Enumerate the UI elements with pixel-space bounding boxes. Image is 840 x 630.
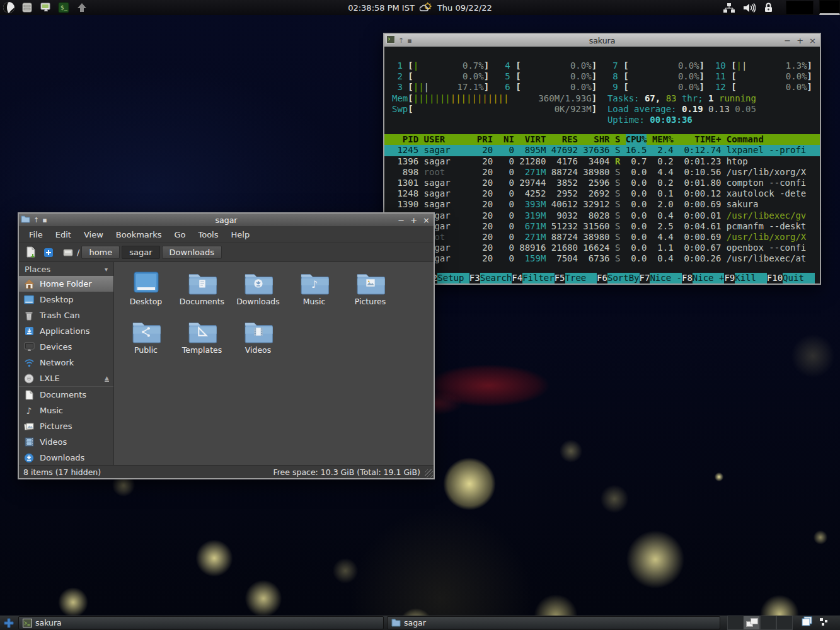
filesystem-root-icon[interactable] xyxy=(61,246,75,260)
column-header-ni[interactable]: NI xyxy=(498,134,514,145)
file-icon-templates[interactable]: Templates xyxy=(174,318,230,367)
shade-button[interactable]: ↑ xyxy=(398,37,404,45)
menu-help[interactable]: Help xyxy=(225,228,256,241)
file-icon-documents[interactable]: Documents xyxy=(174,270,230,318)
shade-button[interactable]: ↑ xyxy=(33,216,39,224)
places-header[interactable]: Places ▾ xyxy=(19,262,113,276)
fkey-f9[interactable]: F9Kill xyxy=(724,273,766,284)
sidebar-item-downloads[interactable]: Downloads xyxy=(19,450,113,466)
task-button-sakura[interactable]: sakura xyxy=(18,616,384,629)
cpu-graph-applet[interactable] xyxy=(786,1,814,14)
minimize-button[interactable]: − xyxy=(784,37,791,45)
clock-applet[interactable]: 02:38:58 PM IST Thu 09/22/22 xyxy=(348,1,492,14)
maximize-button[interactable]: + xyxy=(410,216,417,224)
close-button[interactable]: × xyxy=(423,216,430,224)
launcher-plus-icon[interactable] xyxy=(3,617,15,629)
column-header-res[interactable]: RES xyxy=(551,134,578,145)
display-settings-icon[interactable] xyxy=(38,1,52,14)
weather-icon[interactable] xyxy=(419,1,433,14)
column-header-time[interactable]: TIME+ xyxy=(679,134,721,145)
file-icon-view[interactable]: DesktopDocumentsDownloads♪MusicPicturesP… xyxy=(114,262,434,466)
column-header-pid[interactable]: PID xyxy=(392,134,418,145)
fm-title: sagar xyxy=(19,215,434,225)
column-header-s[interactable]: S xyxy=(615,134,620,145)
net-graph-applet[interactable] xyxy=(819,0,840,15)
column-header-shr[interactable]: SHR xyxy=(583,134,609,145)
network-tray-icon[interactable] xyxy=(722,1,736,14)
fkey-f4[interactable]: F4Filter xyxy=(512,273,554,284)
menu-bookmarks[interactable]: Bookmarks xyxy=(110,228,168,241)
file-icon-videos[interactable]: Videos xyxy=(230,318,286,367)
fkey-f7[interactable]: F7Nice - xyxy=(640,273,682,284)
column-header-command[interactable]: Command xyxy=(727,134,812,145)
fkey-f8[interactable]: F8Nice + xyxy=(682,273,724,284)
maximize-button[interactable]: + xyxy=(797,37,803,45)
sidebar-item-network[interactable]: Network xyxy=(19,355,113,370)
workspace-2[interactable] xyxy=(744,616,760,630)
iconify-windows-icon[interactable] xyxy=(801,616,813,629)
sidebar-item-applications[interactable]: Applications xyxy=(19,323,113,339)
path-button-home[interactable]: home xyxy=(81,246,120,259)
fkey-f10[interactable]: F10Quit xyxy=(767,273,815,284)
new-tab-icon[interactable] xyxy=(42,246,55,260)
menu-view[interactable]: View xyxy=(78,228,110,241)
file-manager-icon[interactable] xyxy=(20,1,34,14)
fkey-f5[interactable]: F5Tree xyxy=(555,273,597,284)
fm-titlebar[interactable]: ↑ ▪ sagar − + × xyxy=(19,214,434,226)
fkey-f6[interactable]: F6SortBy xyxy=(597,273,639,284)
sidebar-item-music[interactable]: ♪Music xyxy=(19,403,113,418)
sidebar-item-label: Home Folder xyxy=(40,279,92,289)
menu-file[interactable]: File xyxy=(23,228,49,241)
workspace-3[interactable] xyxy=(760,616,776,630)
folder-video-icon xyxy=(242,318,275,345)
path-button-sagar[interactable]: sagar xyxy=(122,246,159,259)
menu-edit[interactable]: Edit xyxy=(49,228,78,241)
new-window-icon[interactable] xyxy=(23,246,37,260)
sidebar-item-devices[interactable]: Devices xyxy=(19,339,113,355)
sidebar-item-lxle[interactable]: LXLE▲ xyxy=(19,370,113,386)
column-header-cpu[interactable]: CPU% xyxy=(626,134,647,145)
sidebar-item-label: Trash Can xyxy=(40,311,80,320)
sidebar-item-videos[interactable]: Videos xyxy=(19,434,113,450)
load-average: Load average: 0.19 0.13 0.05 xyxy=(607,104,812,115)
show-desktop-icon[interactable] xyxy=(75,1,89,14)
workspace-4[interactable] xyxy=(776,616,793,630)
sidebar-item-desktop[interactable]: Desktop xyxy=(19,292,113,307)
volume-icon[interactable] xyxy=(742,1,756,14)
file-icon-public[interactable]: Public xyxy=(118,318,174,367)
menu-tools[interactable]: Tools xyxy=(192,228,224,241)
terminal-titlebar[interactable]: ↑ ▪ sakura − + × xyxy=(384,34,820,47)
lock-screen-icon[interactable] xyxy=(761,1,775,14)
omnipresent-button[interactable]: ▪ xyxy=(407,37,411,45)
htop-header-row[interactable]: PIDUSERPRINIVIRTRESSHRSCPU%MEM%TIME+Comm… xyxy=(384,134,820,145)
column-header-mem[interactable]: MEM% xyxy=(652,134,674,145)
resize-grip[interactable] xyxy=(425,469,433,478)
file-label: Downloads xyxy=(236,297,280,306)
omnipresent-button[interactable]: ▪ xyxy=(42,216,47,224)
fm-body: Places ▾ Home FolderDesktopTrash CanAppl… xyxy=(19,262,434,466)
column-header-user[interactable]: USER xyxy=(424,134,472,145)
close-button[interactable]: × xyxy=(809,37,816,45)
path-button-downloads[interactable]: Downloads xyxy=(162,246,222,259)
eject-icon[interactable]: ▲ xyxy=(105,375,109,382)
file-icon-music[interactable]: ♪Music xyxy=(286,270,342,318)
lxle-menu-icon[interactable] xyxy=(2,1,16,14)
workspace-1[interactable] xyxy=(727,616,744,630)
file-icon-pictures[interactable]: Pictures xyxy=(342,270,398,318)
file-icon-downloads[interactable]: Downloads xyxy=(230,270,286,318)
sidebar-item-pictures[interactable]: Pictures xyxy=(19,418,113,434)
column-header-pri[interactable]: PRI xyxy=(477,134,493,145)
show-desktop-corner-icon[interactable] xyxy=(819,617,829,629)
terminal-launcher-icon[interactable]: $_ xyxy=(57,1,71,14)
htop-screen[interactable]: 1[|0.7%]4[0.0%]7[0.0%]10[||1.3%]2[0.0%]5… xyxy=(384,47,820,284)
sidebar-item-documents[interactable]: Documents xyxy=(19,386,113,403)
file-icon-desktop[interactable]: Desktop xyxy=(118,270,174,318)
sidebar-item-label: Applications xyxy=(40,326,89,336)
menu-go[interactable]: Go xyxy=(168,228,192,241)
fkey-f3[interactable]: F3Search xyxy=(469,273,512,284)
system-tray xyxy=(722,0,840,15)
minimize-button[interactable]: − xyxy=(398,216,405,224)
task-button-sagar[interactable]: sagar xyxy=(387,616,720,629)
column-header-virt[interactable]: VIRT xyxy=(519,134,546,145)
sidebar-item-trash-can[interactable]: Trash Can xyxy=(19,307,113,323)
